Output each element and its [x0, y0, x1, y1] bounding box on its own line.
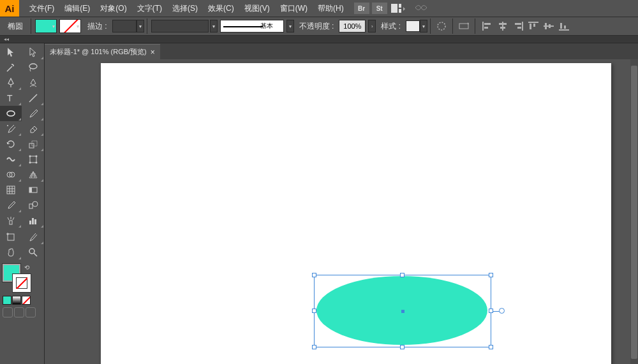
menu-object[interactable]: 对象(O) [95, 0, 131, 17]
width-tool[interactable] [0, 152, 22, 167]
stroke-profile-arrow[interactable]: ▾ [210, 20, 218, 33]
svg-rect-16 [533, 24, 535, 27]
menu-file[interactable]: 文件(F) [24, 0, 59, 17]
curvature-tool[interactable] [22, 75, 44, 91]
recolor-icon[interactable] [433, 18, 450, 34]
stroke-profile-dropdown[interactable] [151, 20, 209, 33]
stroke-swatch[interactable] [59, 19, 81, 33]
scrollbar-thumb[interactable] [631, 66, 637, 359]
lasso-tool[interactable] [22, 60, 44, 75]
fill-swatch[interactable] [35, 19, 57, 33]
handle-top-left[interactable] [312, 273, 316, 277]
handle-top-mid[interactable] [400, 273, 404, 277]
handle-bottom-right[interactable] [489, 345, 493, 349]
brush-definition-dropdown[interactable]: 基本 [220, 20, 284, 33]
align-to-icon[interactable] [456, 18, 472, 34]
align-top-icon[interactable] [526, 20, 540, 33]
search-icon[interactable] [415, 3, 432, 14]
bridge-button[interactable]: Br [354, 3, 369, 14]
divider [31, 18, 31, 34]
graphic-style-arrow[interactable]: ▾ [420, 20, 427, 33]
menu-effect[interactable]: 效果(C) [203, 0, 239, 17]
draw-normal-icon[interactable] [3, 307, 13, 317]
align-hcenter-icon[interactable] [496, 20, 510, 33]
scale-tool[interactable] [22, 136, 44, 152]
handle-bottom-mid[interactable] [400, 345, 404, 349]
canvas[interactable] [45, 59, 638, 364]
eraser-tool[interactable] [22, 121, 44, 136]
handle-mid-left[interactable] [312, 309, 316, 313]
line-tool[interactable] [22, 91, 44, 106]
fill-stroke-box: ⟲ [3, 264, 31, 292]
arrange-documents-button[interactable] [390, 3, 413, 14]
rotate-handle[interactable] [499, 308, 505, 314]
blend-tool[interactable] [22, 198, 44, 213]
handle-top-right[interactable] [489, 273, 493, 277]
magic-wand-tool[interactable] [0, 60, 22, 75]
shaper-tool[interactable] [0, 121, 22, 136]
close-icon[interactable]: × [151, 48, 155, 57]
svg-rect-18 [545, 23, 547, 29]
svg-point-54 [29, 249, 34, 254]
svg-point-23 [29, 64, 37, 69]
shape-builder-tool[interactable] [0, 167, 22, 182]
ellipse-tool[interactable] [0, 106, 22, 121]
slice-tool[interactable] [22, 229, 44, 245]
opacity-arrow[interactable]: › [368, 20, 376, 33]
swap-fill-stroke-icon[interactable]: ⟲ [24, 264, 29, 271]
menu-type[interactable]: 文字(T) [132, 0, 167, 17]
menu-help[interactable]: 帮助(H) [313, 0, 349, 17]
stroke-color[interactable] [13, 274, 31, 292]
column-graph-tool[interactable] [22, 213, 44, 228]
panel-collapse-strip[interactable]: ◂◂ [0, 36, 638, 43]
vertical-scrollbar[interactable] [630, 59, 638, 364]
direct-selection-tool[interactable] [22, 45, 44, 60]
menu-select[interactable]: 选择(S) [167, 0, 203, 17]
hand-tool[interactable] [0, 245, 22, 260]
align-bottom-icon[interactable] [557, 20, 571, 33]
svg-rect-51 [8, 234, 14, 240]
gradient-tool[interactable] [22, 182, 44, 198]
menu-window[interactable]: 窗口(W) [275, 0, 313, 17]
color-mode-solid[interactable] [3, 296, 11, 305]
svg-rect-38 [7, 186, 15, 194]
draw-inside-icon[interactable] [26, 307, 36, 317]
document-tab-active[interactable]: 未标题-1* @ 101% (RGB/预览) × [45, 44, 160, 59]
opacity-input[interactable] [339, 20, 366, 33]
divider [452, 18, 453, 34]
selection-tool[interactable] [0, 45, 22, 60]
stroke-weight-input[interactable] [112, 20, 137, 33]
color-mode-gradient[interactable] [12, 296, 21, 305]
stroke-weight-dropdown[interactable]: ▾ [137, 20, 144, 33]
mesh-tool[interactable] [0, 182, 22, 198]
align-left-icon[interactable] [480, 20, 494, 33]
draw-behind-icon[interactable] [14, 307, 24, 317]
eyedropper-tool[interactable] [0, 198, 22, 213]
color-mode-none[interactable] [22, 296, 31, 305]
symbol-sprayer-tool[interactable] [0, 213, 22, 228]
svg-rect-15 [530, 24, 531, 29]
align-vcenter-icon[interactable] [542, 20, 556, 33]
graphic-style-swatch[interactable] [406, 20, 420, 32]
stock-button[interactable]: St [372, 3, 387, 14]
handle-mid-right[interactable] [489, 309, 493, 313]
brush-definition-arrow[interactable]: ▾ [286, 20, 294, 33]
perspective-grid-tool[interactable] [22, 167, 44, 182]
free-transform-tool[interactable] [22, 152, 44, 167]
artboard-tool[interactable] [0, 229, 22, 245]
handle-bottom-left[interactable] [312, 345, 316, 349]
type-tool[interactable]: T [0, 91, 22, 106]
svg-rect-48 [29, 221, 31, 224]
paintbrush-tool[interactable] [22, 106, 44, 121]
menu-edit[interactable]: 编辑(E) [59, 0, 95, 17]
pen-tool[interactable] [0, 75, 22, 91]
center-point[interactable] [401, 310, 404, 313]
zoom-tool[interactable] [22, 245, 44, 260]
menu-view[interactable]: 视图(V) [239, 0, 275, 17]
svg-point-27 [7, 125, 8, 126]
align-right-icon[interactable] [511, 20, 525, 33]
rotate-tool[interactable] [0, 136, 22, 152]
svg-rect-10 [500, 27, 505, 29]
svg-line-25 [29, 94, 37, 102]
divider [475, 18, 475, 34]
